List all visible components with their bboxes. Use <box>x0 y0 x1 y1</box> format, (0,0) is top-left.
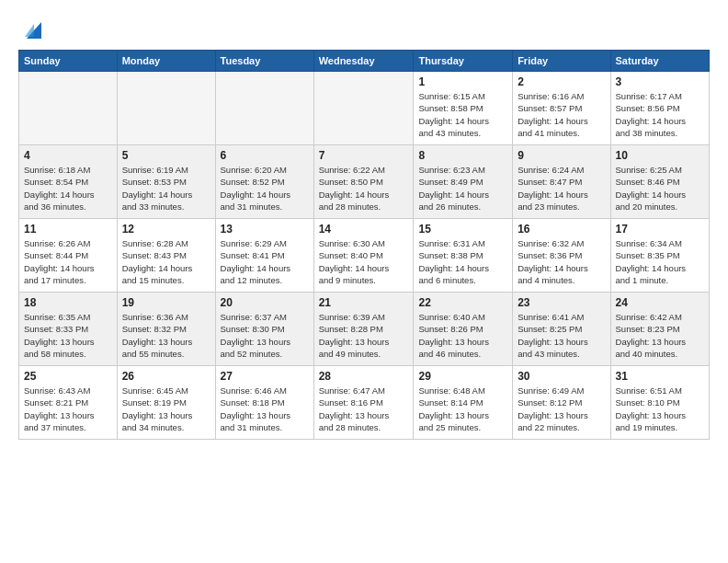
column-header-monday: Monday <box>117 51 215 72</box>
day-cell: 31Sunrise: 6:51 AMSunset: 8:10 PMDayligh… <box>610 366 709 440</box>
day-info: Sunrise: 6:26 AMSunset: 8:44 PMDaylight:… <box>24 237 112 286</box>
header <box>18 15 710 44</box>
day-info: Sunrise: 6:49 AMSunset: 8:12 PMDaylight:… <box>518 385 605 433</box>
day-cell: 25Sunrise: 6:43 AMSunset: 8:21 PMDayligh… <box>19 366 118 440</box>
day-number: 28 <box>319 370 409 383</box>
day-number: 18 <box>24 296 112 309</box>
day-number: 3 <box>616 75 704 88</box>
day-number: 12 <box>122 223 210 236</box>
day-number: 10 <box>616 149 704 162</box>
day-info: Sunrise: 6:19 AMSunset: 8:53 PMDaylight:… <box>122 164 210 213</box>
day-info: Sunrise: 6:34 AMSunset: 8:35 PMDaylight:… <box>616 237 704 286</box>
day-cell <box>19 72 118 145</box>
day-cell <box>117 72 215 145</box>
day-info: Sunrise: 6:35 AMSunset: 8:33 PMDaylight:… <box>24 311 112 360</box>
header-row: SundayMondayTuesdayWednesdayThursdayFrid… <box>19 51 710 72</box>
day-info: Sunrise: 6:36 AMSunset: 8:32 PMDaylight:… <box>122 311 210 360</box>
day-info: Sunrise: 6:16 AMSunset: 8:57 PMDaylight:… <box>518 90 605 139</box>
day-info: Sunrise: 6:31 AMSunset: 8:38 PMDaylight:… <box>418 237 507 286</box>
day-cell: 2Sunrise: 6:16 AMSunset: 8:57 PMDaylight… <box>513 72 610 145</box>
day-number: 2 <box>518 75 605 88</box>
day-info: Sunrise: 6:43 AMSunset: 8:21 PMDaylight:… <box>24 385 112 433</box>
day-number: 25 <box>24 370 112 383</box>
day-number: 22 <box>418 296 507 309</box>
day-cell: 3Sunrise: 6:17 AMSunset: 8:56 PMDaylight… <box>610 72 709 145</box>
day-cell: 10Sunrise: 6:25 AMSunset: 8:46 PMDayligh… <box>610 145 709 219</box>
day-number: 1 <box>418 75 507 88</box>
day-cell: 11Sunrise: 6:26 AMSunset: 8:44 PMDayligh… <box>19 219 118 293</box>
day-cell: 8Sunrise: 6:23 AMSunset: 8:49 PMDaylight… <box>414 145 513 219</box>
day-number: 31 <box>616 370 704 383</box>
day-number: 23 <box>518 296 605 309</box>
day-cell: 1Sunrise: 6:15 AMSunset: 8:58 PMDaylight… <box>414 72 513 145</box>
day-cell: 24Sunrise: 6:42 AMSunset: 8:23 PMDayligh… <box>610 293 709 366</box>
day-info: Sunrise: 6:45 AMSunset: 8:19 PMDaylight:… <box>122 385 210 433</box>
day-number: 14 <box>319 223 409 236</box>
day-cell: 12Sunrise: 6:28 AMSunset: 8:43 PMDayligh… <box>117 219 215 293</box>
day-info: Sunrise: 6:25 AMSunset: 8:46 PMDaylight:… <box>616 164 704 213</box>
day-cell: 17Sunrise: 6:34 AMSunset: 8:35 PMDayligh… <box>610 219 709 293</box>
day-cell: 13Sunrise: 6:29 AMSunset: 8:41 PMDayligh… <box>215 219 313 293</box>
logo-area <box>18 15 47 44</box>
column-header-friday: Friday <box>513 51 610 72</box>
column-header-tuesday: Tuesday <box>215 51 313 72</box>
day-number: 29 <box>418 370 507 383</box>
day-info: Sunrise: 6:51 AMSunset: 8:10 PMDaylight:… <box>616 385 704 433</box>
day-number: 8 <box>418 149 507 162</box>
week-row-4: 18Sunrise: 6:35 AMSunset: 8:33 PMDayligh… <box>19 293 710 366</box>
day-info: Sunrise: 6:42 AMSunset: 8:23 PMDaylight:… <box>616 311 704 360</box>
day-number: 16 <box>518 223 605 236</box>
day-info: Sunrise: 6:15 AMSunset: 8:58 PMDaylight:… <box>418 90 507 139</box>
week-row-3: 11Sunrise: 6:26 AMSunset: 8:44 PMDayligh… <box>19 219 710 293</box>
day-cell: 21Sunrise: 6:39 AMSunset: 8:28 PMDayligh… <box>313 293 414 366</box>
day-info: Sunrise: 6:37 AMSunset: 8:30 PMDaylight:… <box>221 311 309 360</box>
day-number: 5 <box>122 149 210 162</box>
column-header-wednesday: Wednesday <box>313 51 414 72</box>
day-info: Sunrise: 6:24 AMSunset: 8:47 PMDaylight:… <box>518 164 605 213</box>
day-cell <box>313 72 414 145</box>
day-info: Sunrise: 6:32 AMSunset: 8:36 PMDaylight:… <box>518 237 605 286</box>
day-cell: 30Sunrise: 6:49 AMSunset: 8:12 PMDayligh… <box>513 366 610 440</box>
day-info: Sunrise: 6:30 AMSunset: 8:40 PMDaylight:… <box>319 237 409 286</box>
day-info: Sunrise: 6:39 AMSunset: 8:28 PMDaylight:… <box>319 311 409 360</box>
day-cell: 16Sunrise: 6:32 AMSunset: 8:36 PMDayligh… <box>513 219 610 293</box>
day-info: Sunrise: 6:47 AMSunset: 8:16 PMDaylight:… <box>319 385 409 433</box>
day-info: Sunrise: 6:22 AMSunset: 8:50 PMDaylight:… <box>319 164 409 213</box>
day-number: 26 <box>122 370 210 383</box>
day-number: 4 <box>24 149 112 162</box>
day-number: 7 <box>319 149 409 162</box>
day-cell: 22Sunrise: 6:40 AMSunset: 8:26 PMDayligh… <box>414 293 513 366</box>
day-number: 30 <box>518 370 605 383</box>
day-number: 27 <box>221 370 309 383</box>
day-info: Sunrise: 6:40 AMSunset: 8:26 PMDaylight:… <box>418 311 507 360</box>
logo <box>18 18 47 44</box>
day-cell: 5Sunrise: 6:19 AMSunset: 8:53 PMDaylight… <box>117 145 215 219</box>
column-header-saturday: Saturday <box>610 51 709 72</box>
svg-marker-1 <box>25 24 34 37</box>
logo-icon <box>21 18 47 44</box>
day-cell: 7Sunrise: 6:22 AMSunset: 8:50 PMDaylight… <box>313 145 414 219</box>
day-number: 21 <box>319 296 409 309</box>
day-number: 15 <box>418 223 507 236</box>
day-info: Sunrise: 6:48 AMSunset: 8:14 PMDaylight:… <box>418 385 507 433</box>
calendar-table: SundayMondayTuesdayWednesdayThursdayFrid… <box>18 50 710 440</box>
day-cell: 9Sunrise: 6:24 AMSunset: 8:47 PMDaylight… <box>513 145 610 219</box>
column-header-sunday: Sunday <box>19 51 118 72</box>
day-cell: 23Sunrise: 6:41 AMSunset: 8:25 PMDayligh… <box>513 293 610 366</box>
day-number: 17 <box>616 223 704 236</box>
day-cell: 4Sunrise: 6:18 AMSunset: 8:54 PMDaylight… <box>19 145 118 219</box>
day-cell: 26Sunrise: 6:45 AMSunset: 8:19 PMDayligh… <box>117 366 215 440</box>
day-cell: 15Sunrise: 6:31 AMSunset: 8:38 PMDayligh… <box>414 219 513 293</box>
day-info: Sunrise: 6:18 AMSunset: 8:54 PMDaylight:… <box>24 164 112 213</box>
day-number: 6 <box>221 149 309 162</box>
day-cell: 14Sunrise: 6:30 AMSunset: 8:40 PMDayligh… <box>313 219 414 293</box>
day-info: Sunrise: 6:46 AMSunset: 8:18 PMDaylight:… <box>221 385 309 433</box>
day-number: 13 <box>221 223 309 236</box>
day-cell: 27Sunrise: 6:46 AMSunset: 8:18 PMDayligh… <box>215 366 313 440</box>
day-cell: 19Sunrise: 6:36 AMSunset: 8:32 PMDayligh… <box>117 293 215 366</box>
day-number: 11 <box>24 223 112 236</box>
page: SundayMondayTuesdayWednesdayThursdayFrid… <box>0 0 728 563</box>
week-row-5: 25Sunrise: 6:43 AMSunset: 8:21 PMDayligh… <box>19 366 710 440</box>
day-info: Sunrise: 6:20 AMSunset: 8:52 PMDaylight:… <box>221 164 309 213</box>
day-number: 20 <box>221 296 309 309</box>
